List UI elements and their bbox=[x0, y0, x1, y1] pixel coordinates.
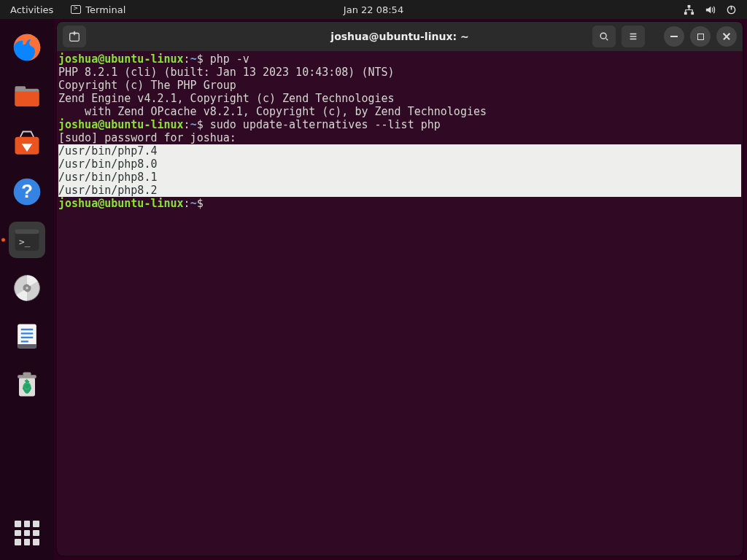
prompt-user: joshua@ubuntu-linux bbox=[58, 118, 184, 131]
gnome-top-bar: Activities Terminal Jan 22 08:54 bbox=[0, 0, 747, 19]
system-tray[interactable] bbox=[684, 4, 747, 15]
dock-trash[interactable]: ♻ bbox=[9, 366, 45, 402]
help-icon: ? bbox=[11, 176, 43, 208]
maximize-button[interactable] bbox=[690, 26, 711, 47]
hamburger-menu-button[interactable] bbox=[622, 26, 645, 47]
dock: ? >_ ♻ bbox=[0, 19, 54, 560]
prompt-user: joshua@ubuntu-linux bbox=[58, 197, 184, 210]
search-button[interactable] bbox=[592, 26, 616, 47]
network-icon bbox=[684, 4, 694, 15]
svg-rect-8 bbox=[15, 92, 39, 106]
svg-rect-13 bbox=[15, 229, 39, 233]
dock-help[interactable]: ? bbox=[9, 174, 45, 210]
dock-software[interactable] bbox=[9, 125, 45, 162]
window-titlebar: joshua@ubuntu-linux: ~ bbox=[57, 22, 743, 51]
new-tab-button[interactable] bbox=[63, 26, 86, 47]
power-icon bbox=[726, 4, 737, 15]
activities-button[interactable]: Activities bbox=[0, 4, 63, 15]
files-icon bbox=[11, 79, 43, 112]
command-1: php -v bbox=[210, 52, 249, 66]
prompt-path: ~ bbox=[190, 52, 197, 66]
dock-disk[interactable] bbox=[9, 270, 45, 306]
dock-files[interactable] bbox=[9, 77, 45, 114]
highlighted-output: /usr/bin/php8.1 bbox=[58, 171, 741, 184]
output-line: with Zend OPcache v8.2.1, Copyright (c),… bbox=[58, 105, 487, 118]
clock[interactable]: Jan 22 08:54 bbox=[344, 4, 403, 15]
output-line: Copyright (c) The PHP Group bbox=[58, 79, 236, 92]
highlighted-output: /usr/bin/php8.0 bbox=[58, 158, 741, 171]
volume-icon bbox=[705, 4, 716, 15]
hamburger-icon bbox=[628, 31, 638, 42]
minimize-icon bbox=[670, 36, 678, 37]
highlighted-output: /usr/bin/php8.2 bbox=[58, 184, 741, 197]
focused-app-menu[interactable]: Terminal bbox=[63, 4, 133, 15]
svg-rect-1 bbox=[684, 12, 687, 15]
minimize-button[interactable] bbox=[664, 26, 684, 47]
search-icon bbox=[599, 31, 609, 42]
svg-line-35 bbox=[606, 39, 608, 41]
svg-point-34 bbox=[600, 33, 606, 39]
prompt-path: ~ bbox=[190, 197, 197, 210]
terminal-app-icon: >_ bbox=[11, 224, 43, 256]
prompt-user: joshua@ubuntu-linux bbox=[58, 52, 184, 66]
command-2: sudo update-alternatives --list php bbox=[210, 118, 441, 131]
svg-rect-2 bbox=[691, 12, 694, 15]
dock-terminal[interactable]: >_ bbox=[9, 222, 45, 258]
close-icon bbox=[722, 32, 731, 41]
trash-icon: ♻ bbox=[11, 368, 43, 400]
maximize-icon bbox=[697, 34, 704, 40]
svg-rect-27 bbox=[23, 373, 31, 376]
svg-rect-0 bbox=[688, 4, 691, 7]
window-title: joshua@ubuntu-linux: ~ bbox=[330, 31, 468, 42]
svg-text:♻: ♻ bbox=[22, 381, 33, 395]
svg-rect-24 bbox=[18, 344, 36, 349]
svg-text:?: ? bbox=[21, 181, 33, 201]
terminal-icon bbox=[71, 5, 81, 14]
dock-firefox[interactable] bbox=[9, 29, 45, 66]
svg-point-18 bbox=[26, 287, 28, 289]
svg-text:>_: >_ bbox=[19, 236, 31, 247]
firefox-icon bbox=[11, 31, 43, 63]
terminal-viewport[interactable]: joshua@ubuntu-linux:~$ php -v PHP 8.2.1 … bbox=[57, 51, 743, 556]
close-button[interactable] bbox=[716, 26, 737, 47]
prompt-path: ~ bbox=[190, 118, 197, 131]
show-applications-button[interactable] bbox=[15, 521, 39, 545]
new-tab-icon bbox=[68, 30, 81, 43]
output-line: [sudo] password for joshua: bbox=[58, 131, 236, 144]
output-line: PHP 8.2.1 (cli) (built: Jan 13 2023 10:4… bbox=[58, 66, 395, 79]
focused-app-label: Terminal bbox=[85, 4, 125, 15]
software-icon bbox=[11, 128, 43, 160]
output-line: Zend Engine v4.2.1, Copyright (c) Zend T… bbox=[58, 92, 395, 105]
highlighted-output: /usr/bin/php7.4 bbox=[58, 144, 741, 158]
terminal-window: joshua@ubuntu-linux: ~ joshua@ubuntu-lin… bbox=[57, 22, 743, 556]
svg-rect-7 bbox=[15, 86, 26, 91]
cursor-position bbox=[204, 197, 210, 210]
disk-icon bbox=[11, 272, 43, 304]
texteditor-icon bbox=[11, 320, 43, 352]
dock-texteditor[interactable] bbox=[9, 318, 45, 354]
